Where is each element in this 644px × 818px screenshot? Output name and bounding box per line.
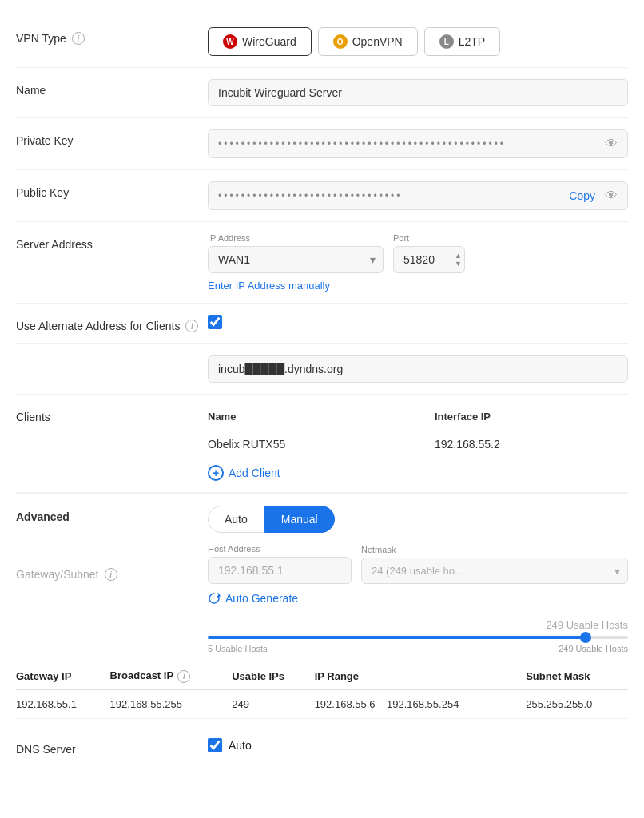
alternate-address-label: Use Alternate Address for Clients i (16, 315, 208, 332)
vpn-type-buttons: W WireGuard O OpenVPN L L2TP (208, 27, 628, 56)
alternate-address-info-icon[interactable]: i (185, 320, 198, 332)
server-address-inputs: IP Address WAN1 Port ▲ ▼ (208, 233, 628, 273)
private-key-field: ••••••••••••••••••••••••••••••••••••••••… (208, 129, 628, 158)
alternate-address-input[interactable] (208, 355, 628, 383)
copy-button[interactable]: Copy (566, 189, 598, 202)
add-client-label: Add Client (229, 467, 280, 479)
slider-track (208, 636, 628, 639)
gateway-subnet-label: Gateway/Subnet i (16, 544, 208, 581)
add-client-button[interactable]: + Add Client (208, 465, 280, 481)
auto-generate-icon (208, 592, 221, 605)
ip-address-sublabel: IP Address (208, 233, 384, 243)
auto-generate-label: Auto Generate (225, 592, 298, 605)
host-address-input[interactable] (208, 557, 352, 584)
dns-auto-checkbox[interactable] (208, 738, 222, 752)
port-group: Port ▲ ▼ (393, 233, 465, 273)
public-key-field: •••••••••••••••••••••••••••••••• Copy 👁 (208, 181, 628, 210)
slider-value-label: 249 Usable Hosts (208, 619, 628, 631)
host-address-group: Host Address (208, 544, 352, 584)
slider-labels: 5 Usable Hosts 249 Usable Hosts (208, 644, 628, 653)
vpn-type-row: VPN Type i W WireGuard O OpenVPN L L2TP (16, 16, 628, 68)
add-client-circle-icon: + (208, 465, 224, 481)
public-key-eye-icon[interactable]: 👁 (605, 189, 618, 203)
name-input[interactable] (208, 79, 628, 106)
l2tp-label: L2TP (459, 35, 485, 48)
summary-usable-ips: 249 (232, 689, 314, 718)
advanced-label: Advanced (16, 506, 208, 523)
alternate-address-input-row (16, 344, 628, 395)
wireguard-label: WireGuard (242, 35, 296, 48)
netmask-select[interactable]: 24 (249 usable ho... (361, 558, 628, 584)
summary-ip-range: 192.168.55.6 – 192.168.55.254 (315, 689, 527, 718)
auto-generate-button[interactable]: Auto Generate (208, 592, 298, 605)
manual-toggle-button[interactable]: Manual (264, 506, 335, 533)
netmask-select-wrapper: 24 (249 usable ho... (361, 558, 628, 584)
public-key-dots: •••••••••••••••••••••••••••••••• (218, 190, 559, 201)
vpn-type-info-icon[interactable]: i (72, 32, 85, 45)
vpn-type-label: VPN Type i (16, 27, 208, 45)
advanced-row: Advanced Auto Manual (16, 493, 628, 533)
private-key-dots: ••••••••••••••••••••••••••••••••••••••••… (218, 138, 598, 149)
slider-thumb[interactable] (580, 632, 591, 643)
clients-col-name: Name (208, 406, 435, 431)
gateway-subnet-info-icon[interactable]: i (105, 568, 117, 581)
l2tp-button[interactable]: L L2TP (424, 27, 500, 56)
dns-server-row: DNS Server Auto (16, 727, 628, 767)
clients-content: Name Interface IP Obelix RUTX55 192.168.… (208, 406, 628, 481)
summary-row: 192.168.55.1 192.168.55.255 249 192.168.… (16, 689, 628, 718)
client-name-cell: Obelix RUTX55 (208, 431, 435, 458)
enter-ip-manually-link[interactable]: Enter IP Address manually (208, 280, 628, 292)
port-up-arrow[interactable]: ▲ (455, 252, 462, 260)
summary-broadcast-ip: 192.168.55.255 (110, 689, 233, 718)
advanced-content: Auto Manual (208, 506, 628, 533)
openvpn-button[interactable]: O OpenVPN (318, 27, 418, 56)
ip-address-select[interactable]: WAN1 (208, 246, 384, 273)
slider-section: 249 Usable Hosts 5 Usable Hosts 249 Usab… (208, 619, 628, 653)
dns-server-label: DNS Server (16, 738, 208, 756)
auto-toggle-button[interactable]: Auto (208, 506, 264, 533)
col-gateway-ip: Gateway IP (16, 663, 110, 689)
table-row: Obelix RUTX55 192.168.55.2 (208, 431, 628, 458)
clients-col-ip: Interface IP (435, 406, 628, 431)
col-subnet-mask: Subnet Mask (526, 663, 628, 689)
private-key-row: Private Key ••••••••••••••••••••••••••••… (16, 118, 628, 170)
wireguard-button[interactable]: W WireGuard (208, 27, 312, 56)
vpn-type-text: VPN Type (16, 32, 66, 45)
name-content (208, 79, 628, 106)
private-key-eye-icon[interactable]: 👁 (605, 137, 618, 151)
l2tp-icon: L (439, 34, 454, 49)
gateway-subnet-content: Host Address Netmask 24 (249 usable ho..… (208, 544, 628, 653)
slider-fill (208, 636, 586, 639)
dns-auto-row: Auto (208, 738, 628, 752)
slider-max-label: 249 Usable Hosts (559, 644, 628, 653)
clients-table: Name Interface IP Obelix RUTX55 192.168.… (208, 406, 628, 457)
private-key-label: Private Key (16, 129, 208, 147)
netmask-group: Netmask 24 (249 usable ho... (361, 545, 628, 584)
gateway-inputs: Host Address Netmask 24 (249 usable ho..… (208, 544, 628, 584)
host-address-sublabel: Host Address (208, 544, 352, 554)
col-usable-ips: Usable IPs (232, 663, 314, 689)
summary-table: Gateway IP Broadcast IP i Usable IPs IP … (16, 663, 628, 719)
gateway-subnet-row: Gateway/Subnet i Host Address Netmask 24… (16, 533, 628, 653)
ip-select-wrapper: WAN1 (208, 246, 384, 273)
vpn-type-content: W WireGuard O OpenVPN L L2TP (208, 27, 628, 56)
wireguard-icon: W (223, 34, 237, 49)
dns-server-content: Auto (208, 738, 628, 752)
public-key-label: Public Key (16, 181, 208, 199)
name-row: Name (16, 68, 628, 118)
alternate-address-input-label (16, 355, 208, 360)
ip-address-group: IP Address WAN1 (208, 233, 384, 273)
port-arrows: ▲ ▼ (455, 252, 462, 268)
port-down-arrow[interactable]: ▼ (455, 260, 462, 268)
col-broadcast-ip: Broadcast IP i (110, 663, 233, 689)
advanced-toggle-group: Auto Manual (208, 506, 628, 533)
alternate-address-row: Use Alternate Address for Clients i (16, 304, 628, 344)
alternate-address-input-content (208, 355, 628, 383)
clients-label: Clients (16, 406, 208, 423)
dns-auto-label: Auto (229, 739, 252, 752)
alternate-address-checkbox[interactable] (208, 315, 222, 329)
server-address-row: Server Address IP Address WAN1 Port (16, 222, 628, 304)
netmask-sublabel: Netmask (361, 545, 628, 554)
broadcast-ip-info-icon[interactable]: i (177, 670, 190, 683)
summary-subnet-mask: 255.255.255.0 (526, 689, 628, 718)
